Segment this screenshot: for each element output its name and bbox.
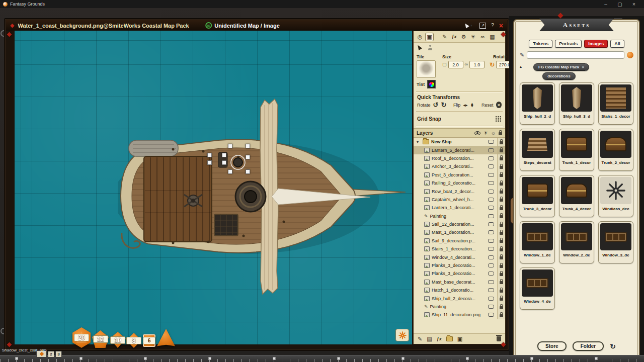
die-d8[interactable]: 8 [126,333,141,348]
lock-column[interactable] [497,212,505,220]
layer-row[interactable]: Planks_3_decoratio... [414,261,505,269]
link-icon[interactable] [488,263,494,267]
lock-column[interactable] [497,187,505,195]
asset-card[interactable]: Trunk_4_decor [559,175,594,217]
expand-caret-icon[interactable]: ▾ [417,140,421,144]
asset-card[interactable]: Trunk_1_decor [559,129,594,171]
ruler-marker[interactable] [144,357,147,360]
tint-swatch[interactable] [427,80,436,88]
link-icon[interactable] [488,313,494,317]
breadcrumb-chip[interactable]: FG Coastal Map Pack× [533,63,589,71]
link-icon[interactable] [488,222,494,226]
link-icon[interactable] [488,230,494,234]
rotate-ccw-icon[interactable]: ↺ [433,102,439,108]
ruler-marker[interactable] [273,357,276,360]
lock-column[interactable] [497,303,505,311]
layer-row[interactable]: Ship_hull_2_decora... [414,294,505,302]
close-icon[interactable]: × [582,65,584,69]
map-canvas[interactable] [15,31,412,344]
layer-row[interactable]: Planks_3_decoratio... [414,269,505,278]
selection-handle[interactable] [246,144,250,148]
new-folder-icon[interactable] [446,336,453,341]
asset-card[interactable]: Window_3_de [598,221,633,263]
rotate-cw-icon[interactable]: ↻ [441,102,446,108]
link-icon[interactable] [488,297,494,301]
lock-column[interactable] [497,146,505,154]
layer-row[interactable]: Lantern_1_decorati... [414,204,505,212]
layer-row[interactable]: ✎Painting [414,212,505,220]
link-icon[interactable] [488,247,494,251]
layer-row[interactable]: Row_boat_2_decor... [414,187,505,195]
layer-row[interactable]: ✎Painting [414,303,505,311]
grid-snap-row[interactable]: Grid Snap [414,114,505,124]
ruler-marker[interactable] [401,357,405,360]
link-icon[interactable] [488,173,494,177]
layer-row[interactable]: Window_4_decorati... [414,253,505,261]
globe-icon[interactable] [627,52,633,58]
asset-card[interactable]: Window_4_de [520,267,555,310]
link-icon[interactable] [488,156,494,160]
dim-light-icon[interactable]: ☼ [491,131,496,136]
selection-handle[interactable] [228,169,232,174]
rotate-value-icon[interactable]: ↻ [490,62,495,68]
delete-layer-icon[interactable] [497,336,501,341]
link-dimensions-icon[interactable]: ∞ [465,62,468,67]
lock-column[interactable] [497,196,505,204]
asset-card[interactable]: Windlass_dec [598,175,633,217]
ruler-marker[interactable] [466,357,469,360]
asset-card[interactable]: Window_1_de [520,221,555,263]
ruler-marker[interactable] [79,357,83,360]
link-icon[interactable] [488,148,494,152]
layer-row[interactable]: Hatch_1_decoratio... [414,286,505,294]
pan-view-icon[interactable]: ◎ [416,33,424,41]
asset-card[interactable]: Stairs_1_decor [598,82,633,125]
link-icon[interactable] [488,190,494,194]
link-icon[interactable] [488,305,494,309]
tile-height-input[interactable] [469,61,485,68]
maximize-button[interactable]: ▢ [613,0,627,8]
tab-tokens[interactable]: Tokens [529,40,552,48]
link-icon[interactable] [488,255,494,259]
visibility-eye-icon[interactable] [474,131,480,135]
tile-thumbnail[interactable] [417,60,436,78]
link-icon[interactable] [488,164,494,168]
selection-handle[interactable] [222,160,226,165]
lock-column[interactable] [497,286,505,294]
close-map-icon[interactable]: × [499,22,503,29]
lock-column[interactable] [497,253,505,261]
grid-table-icon[interactable]: ▦ [488,33,497,41]
breadcrumb-chip[interactable]: decorations [542,72,575,80]
asset-card[interactable]: Ship_hull_2_d [520,82,555,125]
popout-icon[interactable]: ↗ [479,23,486,29]
ruler-marker[interactable] [15,357,18,360]
collapse-triangle-icon[interactable]: ▴ [520,65,522,69]
selection-handle[interactable] [207,160,212,165]
layer-row[interactable]: Lantern_5_decorati... [414,146,505,154]
link-icon[interactable] [488,239,494,243]
layer-row[interactable]: ▾New Ship [414,138,505,146]
ruler-marker[interactable] [530,357,533,360]
link-icon[interactable] [488,181,494,185]
flip-horizontal-icon[interactable]: ◂▸ [463,103,467,108]
effects-icon[interactable]: ƒx [437,337,442,341]
lock-column[interactable] [497,294,505,302]
flip-vertical-icon[interactable]: ◂▸ [470,103,475,107]
asset-card[interactable]: Ship_hull_3_d [559,82,594,125]
asset-card[interactable]: Window_2_de [559,221,594,263]
minimize-button[interactable]: – [599,0,613,8]
ruler-marker[interactable] [595,357,598,360]
die-d4[interactable] [157,329,175,347]
layer-row[interactable]: Mast_1_decoration... [414,228,505,236]
lighting-icon[interactable]: ☀ [469,33,477,41]
effects-icon[interactable]: ƒx [450,33,458,41]
tab-all[interactable]: All [610,40,624,48]
asset-card[interactable]: Trunk_2_decor [598,129,633,171]
layer-row[interactable]: Roof_6_decoration... [414,154,505,162]
draw-icon[interactable]: ✎ [418,336,422,342]
store-button[interactable]: Store [537,341,567,351]
layer-row[interactable]: Stairs_1_decoration... [414,245,505,253]
layer-row[interactable]: Captain's_wheel_h... [414,196,505,204]
select-cursor-icon[interactable] [416,44,422,51]
lock-column[interactable] [497,269,505,278]
lock-column[interactable] [497,204,505,212]
